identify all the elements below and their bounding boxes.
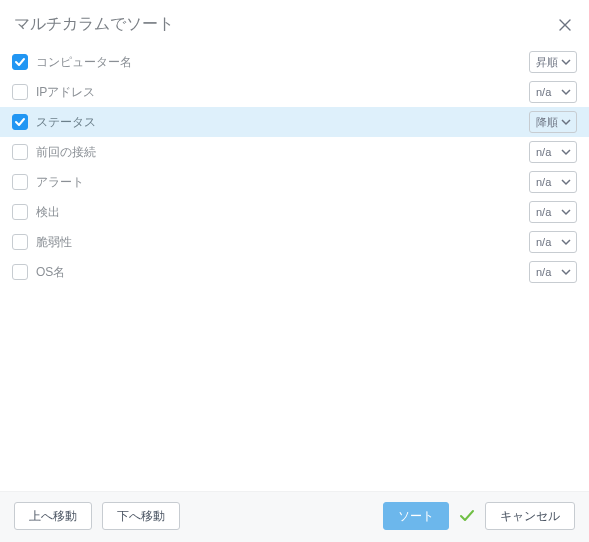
column-row[interactable]: OS名昇順降順n/a [0, 257, 589, 287]
order-select[interactable]: 昇順降順n/a [529, 51, 577, 73]
move-up-button[interactable]: 上へ移動 [14, 502, 92, 530]
close-icon[interactable] [557, 17, 573, 33]
order-select[interactable]: 昇順降順n/a [529, 171, 577, 193]
sort-button[interactable]: ソート [383, 502, 449, 530]
order-select[interactable]: 昇順降順n/a [529, 141, 577, 163]
order-select[interactable]: 昇順降順n/a [529, 81, 577, 103]
order-select[interactable]: 昇順降順n/a [529, 231, 577, 253]
column-label: コンピューター名 [36, 54, 521, 71]
dialog-header: マルチカラムでソート [0, 0, 589, 47]
column-label: 前回の接続 [36, 144, 521, 161]
column-checkbox[interactable] [12, 264, 28, 280]
column-label: アラート [36, 174, 521, 191]
order-select[interactable]: 昇順降順n/a [529, 111, 577, 133]
cancel-button[interactable]: キャンセル [485, 502, 575, 530]
column-label: 検出 [36, 204, 521, 221]
order-select[interactable]: 昇順降順n/a [529, 261, 577, 283]
column-checkbox[interactable] [12, 174, 28, 190]
column-row[interactable]: 検出昇順降順n/a [0, 197, 589, 227]
column-row[interactable]: 前回の接続昇順降順n/a [0, 137, 589, 167]
column-checkbox[interactable] [12, 84, 28, 100]
column-row[interactable]: 脆弱性昇順降順n/a [0, 227, 589, 257]
column-checkbox[interactable] [12, 234, 28, 250]
column-row[interactable]: アラート昇順降順n/a [0, 167, 589, 197]
column-list: コンピューター名昇順降順n/aIPアドレス昇順降順n/aステータス昇順降順n/a… [0, 47, 589, 491]
dialog-footer: 上へ移動 下へ移動 ソート キャンセル [0, 491, 589, 542]
sort-dialog: マルチカラムでソート コンピューター名昇順降順n/aIPアドレス昇順降順n/aス… [0, 0, 589, 542]
checkmark-icon [459, 508, 475, 524]
column-row[interactable]: IPアドレス昇順降順n/a [0, 77, 589, 107]
column-row[interactable]: ステータス昇順降順n/a [0, 107, 589, 137]
order-select[interactable]: 昇順降順n/a [529, 201, 577, 223]
column-label: 脆弱性 [36, 234, 521, 251]
move-down-button[interactable]: 下へ移動 [102, 502, 180, 530]
column-checkbox[interactable] [12, 204, 28, 220]
dialog-title: マルチカラムでソート [14, 14, 174, 35]
column-checkbox[interactable] [12, 54, 28, 70]
column-row[interactable]: コンピューター名昇順降順n/a [0, 47, 589, 77]
column-checkbox[interactable] [12, 144, 28, 160]
column-label: ステータス [36, 114, 521, 131]
column-checkbox[interactable] [12, 114, 28, 130]
column-label: OS名 [36, 264, 521, 281]
column-label: IPアドレス [36, 84, 521, 101]
